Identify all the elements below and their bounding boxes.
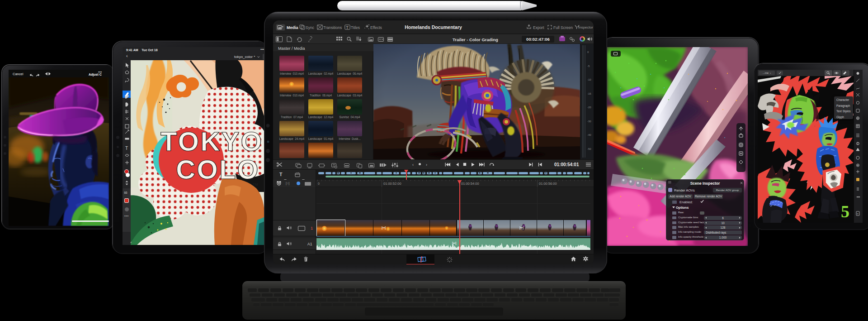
svg-text:COLO: COLO: [176, 154, 259, 185]
svg-text:TOKYO: TOKYO: [160, 126, 263, 157]
svg-text:?: ?: [857, 213, 859, 216]
svg-text:TM: TM: [253, 182, 258, 187]
svg-text:T: T: [125, 146, 128, 151]
svg-text:5: 5: [841, 202, 849, 221]
